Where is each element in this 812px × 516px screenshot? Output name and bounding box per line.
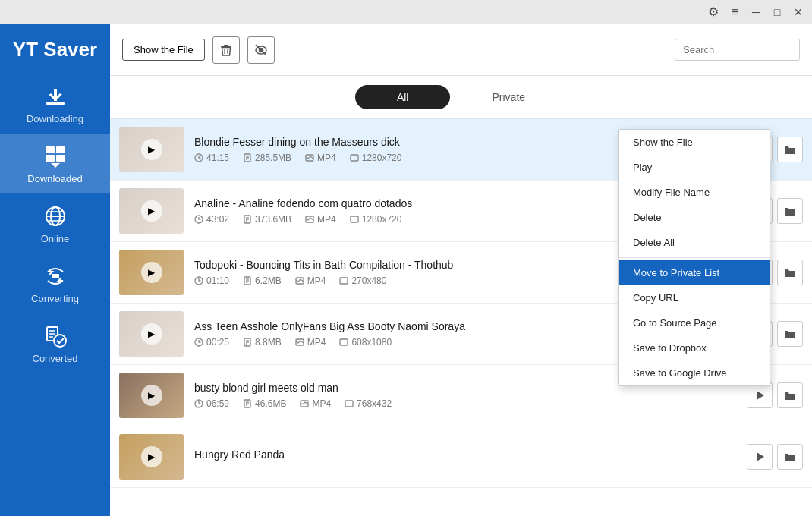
thumbnail: ▶ — [119, 127, 184, 172]
tab-private[interactable]: Private — [450, 85, 567, 109]
minimize-button[interactable]: ─ — [745, 2, 766, 23]
svg-marker-68 — [757, 452, 764, 461]
svg-marker-67 — [757, 391, 764, 400]
title-bar: ⚙ ≡ ─ □ ✕ — [0, 0, 812, 24]
file-title: Hungry Red Panda — [194, 448, 747, 461]
app-logo: YT Saver — [13, 32, 97, 74]
file-info: Hungry Red Panda — [194, 448, 747, 465]
resolution: 1280x720 — [350, 214, 402, 225]
resolution: 768x432 — [345, 398, 392, 409]
context-menu-item-copy-url[interactable]: Copy URL — [619, 285, 770, 310]
file-actions — [747, 382, 803, 408]
folder-button[interactable] — [777, 321, 803, 347]
context-menu-item-move-to-private[interactable]: Move to Private List — [619, 260, 770, 285]
sidebar: YT Saver Downloading Downloaded — [0, 24, 110, 516]
online-icon — [42, 203, 69, 230]
thumbnail-play-icon: ▶ — [141, 262, 162, 283]
svg-rect-58 — [340, 339, 348, 345]
thumbnail-play-icon: ▶ — [141, 139, 162, 160]
context-menu-separator — [619, 257, 770, 258]
svg-rect-0 — [46, 102, 65, 105]
toolbar: Show the File — [110, 24, 812, 76]
sidebar-item-downloaded-label: Downloaded — [27, 173, 82, 184]
thumbnail-play-icon: ▶ — [141, 323, 162, 345]
context-menu-item-delete-all[interactable]: Delete All — [619, 230, 770, 255]
svg-rect-5 — [46, 146, 55, 153]
file-meta: 06:59 46.6MB MP4 768x432 — [194, 398, 747, 409]
folder-button[interactable] — [777, 260, 803, 285]
svg-marker-9 — [51, 163, 60, 168]
thumbnail-play-icon: ▶ — [141, 200, 162, 222]
context-menu-item-delete[interactable]: Delete — [619, 205, 770, 230]
play-button[interactable] — [747, 382, 773, 408]
filesize: 373.6MB — [243, 214, 291, 225]
close-button[interactable]: ✕ — [788, 2, 809, 23]
tab-bar: All Private — [110, 76, 812, 119]
maximize-button[interactable]: □ — [766, 2, 788, 23]
filesize: 6.2MB — [243, 275, 282, 286]
svg-rect-50 — [340, 278, 348, 284]
folder-button[interactable] — [777, 137, 803, 162]
converting-icon — [42, 263, 69, 290]
svg-rect-66 — [345, 401, 353, 407]
resolution: 608x1080 — [339, 337, 392, 348]
thumbnail-play-icon: ▶ — [141, 385, 162, 406]
context-menu-item-play[interactable]: Play — [619, 155, 770, 180]
hide-button[interactable] — [247, 36, 275, 64]
sidebar-item-downloading-label: Downloading — [27, 113, 83, 124]
play-button[interactable] — [747, 444, 773, 470]
sidebar-item-converting-label: Converting — [31, 293, 79, 304]
format: MP4 — [295, 275, 326, 286]
delete-button[interactable] — [212, 36, 240, 64]
context-menu-item-show-file[interactable]: Show the File — [619, 130, 770, 155]
format: MP4 — [305, 214, 336, 225]
format: MP4 — [300, 398, 331, 409]
context-menu-item-modify-file-name[interactable]: Modify File Name — [619, 180, 770, 205]
thumbnail: ▶ — [119, 188, 184, 234]
sidebar-item-converted[interactable]: Converted — [0, 313, 110, 373]
duration: 01:10 — [194, 275, 229, 286]
folder-button[interactable] — [777, 382, 803, 408]
sidebar-item-online[interactable]: Online — [0, 194, 110, 253]
duration: 41:15 — [194, 153, 229, 163]
svg-rect-22 — [224, 45, 228, 46]
file-actions — [747, 444, 803, 470]
format: MP4 — [305, 153, 336, 163]
filesize: 285.5MB — [243, 153, 291, 163]
context-menu-item-go-to-source[interactable]: Go to Source Page — [619, 310, 770, 335]
search-input[interactable] — [675, 39, 800, 61]
svg-rect-8 — [56, 155, 65, 162]
thumbnail: ▶ — [119, 311, 184, 357]
show-file-button[interactable]: Show the File — [122, 39, 205, 61]
context-menu-item-save-dropbox[interactable]: Save to Dropbox — [619, 335, 770, 360]
sidebar-item-converted-label: Converted — [33, 353, 78, 364]
downloading-icon — [42, 83, 69, 110]
duration: 43:02 — [194, 214, 229, 225]
svg-rect-15 — [52, 274, 59, 278]
svg-rect-34 — [351, 155, 358, 161]
thumbnail-play-icon: ▶ — [141, 446, 162, 467]
context-menu: Show the FilePlayModify File NameDeleteD… — [618, 129, 770, 386]
menu-icon[interactable]: ≡ — [724, 2, 745, 23]
thumbnail: ▶ — [119, 373, 184, 418]
filesize: 8.8MB — [243, 337, 282, 348]
folder-button[interactable] — [777, 198, 803, 224]
thumbnail: ▶ — [119, 250, 184, 295]
svg-rect-42 — [351, 216, 358, 222]
filesize: 46.6MB — [243, 398, 286, 409]
resolution: 270x480 — [339, 275, 386, 286]
sidebar-item-converting[interactable]: Converting — [0, 253, 110, 313]
sidebar-item-online-label: Online — [41, 233, 70, 244]
sidebar-item-downloaded[interactable]: Downloaded — [0, 134, 110, 194]
duration: 00:25 — [194, 337, 229, 348]
svg-rect-6 — [56, 146, 65, 153]
sidebar-item-downloading[interactable]: Downloading — [0, 74, 110, 134]
settings-icon[interactable]: ⚙ — [703, 2, 724, 23]
folder-button[interactable] — [777, 444, 803, 470]
duration: 06:59 — [194, 398, 229, 409]
tab-all[interactable]: All — [355, 85, 451, 109]
file-item[interactable]: ▶ Hungry Red Panda — [110, 426, 812, 488]
thumbnail: ▶ — [119, 434, 184, 480]
context-menu-item-save-gdrive[interactable]: Save to Google Drive — [619, 360, 770, 385]
svg-point-20 — [54, 335, 66, 347]
